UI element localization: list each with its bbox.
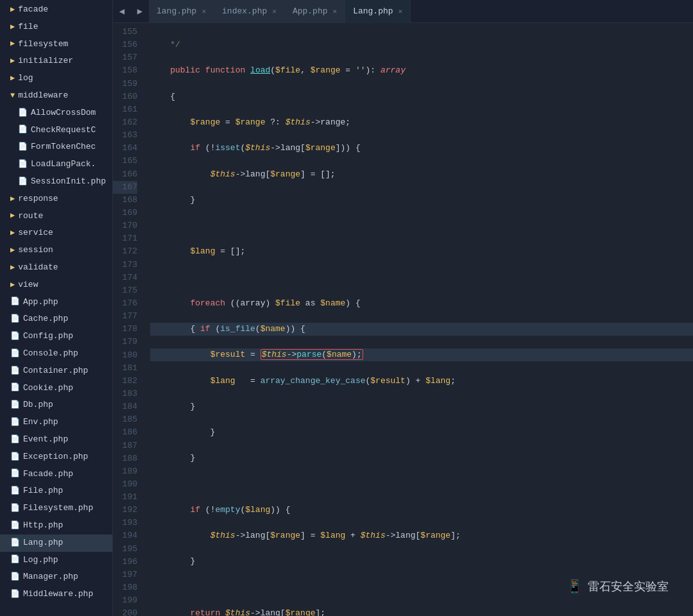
sidebar-item-formtokenchec[interactable]: 📄 FormTokenChec: [0, 139, 112, 156]
sidebar-item-log-php[interactable]: 📄 Log.php: [0, 552, 112, 569]
editor-area: ◀ ▶ lang.php ✕ index.php ✕ App.php ✕ Lan…: [113, 0, 693, 616]
tab-close-app[interactable]: ✕: [333, 7, 338, 15]
file-icon: 📄: [10, 520, 20, 532]
wechat-icon: 📱: [567, 579, 583, 594]
sidebar-item-validate[interactable]: ▶ validate: [0, 259, 112, 277]
sidebar-item-loadlangpack[interactable]: 📄 LoadLangPack.: [0, 156, 112, 173]
sidebar-item-route[interactable]: ▶ route: [0, 208, 112, 225]
folder-icon: ▶: [10, 193, 15, 205]
file-icon: 📄: [10, 468, 20, 480]
file-icon: 📄: [10, 330, 20, 343]
folder-icon: ▶: [10, 21, 15, 33]
tab-close-index[interactable]: ✕: [272, 7, 277, 15]
file-icon: 📄: [18, 107, 28, 119]
file-icon: 📄: [10, 296, 20, 308]
sidebar-item-cookie-php[interactable]: 📄 Cookie.php: [0, 380, 112, 397]
file-icon: 📄: [10, 588, 20, 601]
tab-index-php[interactable]: index.php ✕: [214, 0, 285, 23]
sidebar-item-container-php[interactable]: 📄 Container.php: [0, 363, 112, 380]
sidebar-item-lang-php[interactable]: 📄 Lang.php: [0, 535, 112, 552]
folder-icon: ▶: [10, 55, 15, 67]
file-icon: 📄: [10, 502, 20, 515]
code-editor: 155 156 157 158 159 160 161 162 163 164 …: [113, 23, 693, 616]
sidebar-item-response[interactable]: ▶ response: [0, 191, 112, 208]
sidebar-item-middleware[interactable]: ▼ middleware: [0, 87, 112, 105]
sidebar-item-sessioninit[interactable]: 📄 SessionInit.php: [0, 173, 112, 191]
line-numbers: 155 156 157 158 159 160 161 162 163 164 …: [113, 23, 145, 616]
file-icon: 📄: [10, 485, 20, 497]
sidebar-item-env-php[interactable]: 📄 Env.php: [0, 414, 112, 431]
tab-lang-php[interactable]: lang.php ✕: [149, 0, 214, 23]
sidebar-item-facade[interactable]: ▶ facade: [0, 1, 112, 19]
tab-lang-php-active[interactable]: Lang.php ✕: [345, 0, 411, 23]
file-icon: 📄: [10, 571, 20, 583]
file-icon: 📄: [18, 141, 28, 153]
tab-app-php[interactable]: App.php ✕: [285, 0, 345, 23]
sidebar-item-log[interactable]: ▶ log: [0, 70, 112, 87]
watermark-text: 雷石安全实验室: [588, 579, 669, 594]
folder-icon: ▶: [10, 262, 15, 274]
file-icon: 📄: [10, 537, 20, 549]
folder-icon: ▶: [10, 227, 15, 239]
file-icon: 📄: [10, 382, 20, 394]
sidebar-item-view[interactable]: ▶ view: [0, 277, 112, 294]
sidebar-item-db-php[interactable]: 📄 Db.php: [0, 397, 112, 414]
file-icon: 📄: [10, 434, 20, 446]
file-icon: 📄: [10, 365, 20, 377]
sidebar-item-manager-php[interactable]: 📄 Manager.php: [0, 569, 112, 586]
watermark: 📱 雷石安全实验室: [561, 576, 674, 597]
sidebar-item-facade-php[interactable]: 📄 Facade.php: [0, 466, 112, 483]
folder-icon: ▶: [10, 279, 15, 291]
sidebar-item-exception-php[interactable]: 📄 Exception.php: [0, 449, 112, 466]
tab-close-lang-active[interactable]: ✕: [398, 7, 403, 15]
sidebar-item-app-php[interactable]: 📄 App.php: [0, 294, 112, 311]
tab-bar: ◀ ▶ lang.php ✕ index.php ✕ App.php ✕ Lan…: [113, 0, 693, 23]
file-icon: 📄: [10, 399, 20, 411]
folder-icon: ▶: [10, 210, 15, 222]
tab-nav-prev[interactable]: ◀: [113, 0, 131, 23]
sidebar-item-middleware-php[interactable]: 📄 Middleware.php: [0, 586, 112, 603]
file-icon: 📄: [10, 313, 20, 325]
sidebar-item-session[interactable]: ▶ session: [0, 242, 112, 259]
sidebar-item-filesystem[interactable]: ▶ filesystem: [0, 36, 112, 53]
file-icon: 📄: [10, 451, 20, 463]
file-icon: 📄: [18, 176, 28, 188]
sidebar-item-file[interactable]: ▶ file: [0, 19, 112, 36]
sidebar-item-event-php[interactable]: 📄 Event.php: [0, 431, 112, 449]
file-icon: 📄: [10, 416, 20, 429]
file-icon: 📄: [10, 554, 20, 566]
tab-nav-next[interactable]: ▶: [131, 0, 149, 23]
folder-icon: ▶: [10, 4, 15, 16]
sidebar-item-cache-php[interactable]: 📄 Cache.php: [0, 311, 112, 328]
sidebar-item-checkrequestc[interactable]: 📄 CheckRequestC: [0, 122, 112, 139]
folder-icon: ▶: [10, 73, 15, 85]
file-icon: 📄: [18, 124, 28, 136]
sidebar-item-console-php[interactable]: 📄 Console.php: [0, 345, 112, 363]
folder-icon: ▼: [10, 90, 15, 102]
sidebar-item-initializer[interactable]: ▶ initializer: [0, 53, 112, 70]
file-icon: 📄: [18, 158, 28, 171]
sidebar-item-http-php[interactable]: 📄 Http.php: [0, 517, 112, 535]
folder-icon: ▶: [10, 244, 15, 257]
sidebar-item-allowcrossdom[interactable]: 📄 AllowCrossDom: [0, 105, 112, 122]
file-icon: 📄: [10, 348, 20, 360]
sidebar-item-service[interactable]: ▶ service: [0, 225, 112, 242]
sidebar-item-file-php[interactable]: 📄 File.php: [0, 483, 112, 500]
sidebar: ▶ facade ▶ file ▶ filesystem ▶ initializ…: [0, 0, 113, 616]
sidebar-item-config-php[interactable]: 📄 Config.php: [0, 328, 112, 345]
tab-close-lang[interactable]: ✕: [201, 7, 206, 15]
folder-icon: ▶: [10, 38, 15, 50]
sidebar-item-filesystem-php[interactable]: 📄 Filesystem.php: [0, 500, 112, 517]
code-content[interactable]: */ public function load($file, $range = …: [145, 23, 693, 616]
